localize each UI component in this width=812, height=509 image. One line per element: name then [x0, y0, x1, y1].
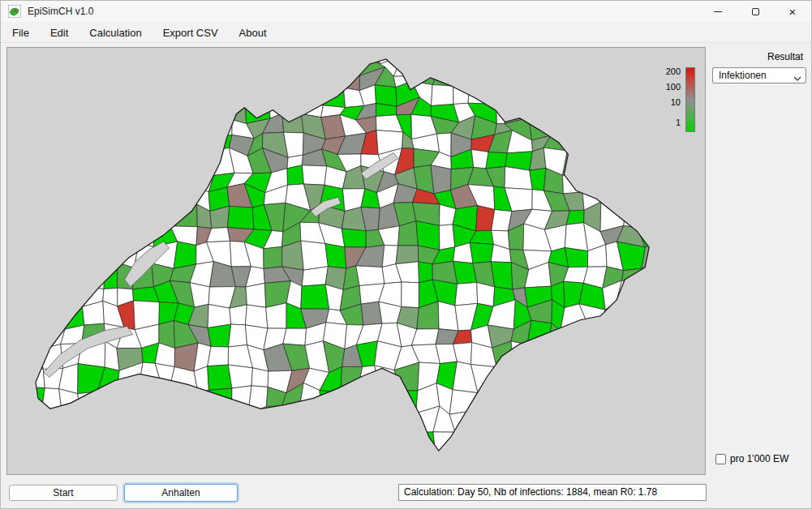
menu-item-about[interactable]: About	[229, 24, 277, 42]
menu-item-edit[interactable]: Edit	[40, 24, 79, 42]
window-title: EpiSimCH v1.0	[28, 6, 93, 17]
close-button[interactable]: ×	[774, 1, 811, 23]
chevron-down-icon	[793, 73, 801, 79]
start-button[interactable]: Start	[9, 485, 118, 501]
result-label: Resultat	[767, 51, 803, 62]
result-dropdown-value: Infektionen	[719, 70, 767, 81]
minimize-button[interactable]	[699, 1, 737, 23]
checkbox-icon[interactable]	[715, 454, 726, 464]
menu-item-file[interactable]: File	[2, 24, 40, 42]
minimize-icon	[714, 11, 722, 12]
result-dropdown[interactable]: Infektionen	[712, 67, 806, 83]
per-capita-checkbox-row[interactable]: pro 1'000 EW	[715, 453, 788, 464]
close-icon: ×	[789, 6, 797, 18]
map-legend: 200 100 10 1	[656, 67, 695, 135]
maximize-icon	[752, 8, 759, 15]
legend-label-100: 100	[658, 82, 681, 92]
menu-item-calculation[interactable]: Calculation	[79, 24, 152, 42]
map-panel[interactable]: 200 100 10 1	[6, 47, 706, 475]
legend-label-1: 1	[658, 118, 681, 127]
per-capita-label: pro 1'000 EW	[730, 453, 788, 464]
menu-item-export-csv[interactable]: Export CSV	[153, 24, 229, 42]
status-field[interactable]: Calculation: Day 50, Nb of infections: 1…	[398, 484, 707, 501]
window-controls: ×	[699, 1, 811, 23]
stop-button[interactable]: Anhalten	[124, 484, 238, 502]
legend-label-200: 200	[658, 66, 681, 76]
maximize-button[interactable]	[737, 1, 774, 23]
app-icon	[8, 5, 21, 18]
titlebar: EpiSimCH v1.0 ×	[1, 1, 811, 23]
app-window: EpiSimCH v1.0 × File Edit Calculation Ex…	[0, 0, 812, 509]
switzerland-map[interactable]	[7, 48, 705, 474]
legend-colorbar	[685, 67, 695, 132]
legend-label-10: 10	[658, 97, 681, 107]
menubar: File Edit Calculation Export CSV About	[1, 23, 811, 43]
